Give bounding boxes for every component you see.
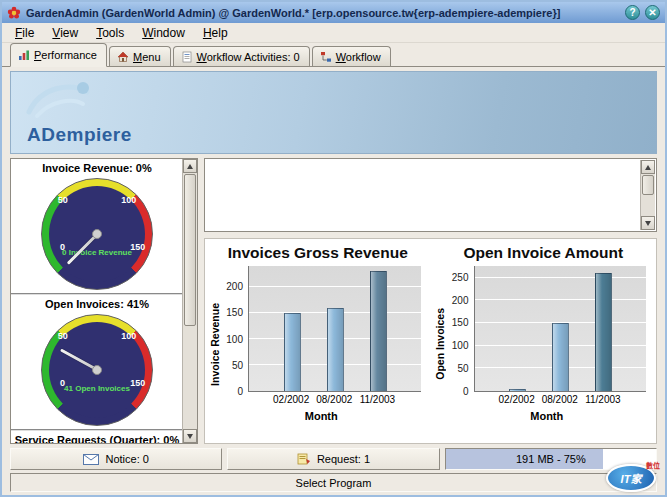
y-tick-label: 0 [463,386,469,397]
chart-open-invoice-amount: Open Invoice Amount Open Invoices 050100… [431,242,657,443]
tab-label: Workflow [336,51,381,63]
x-tick-label: 11/2003 [360,394,395,405]
tab-strip: Performance Menu Workflow Activities: 0 … [2,43,665,67]
close-window-button[interactable]: ✕ [645,5,660,20]
chart-title: Open Invoice Amount [431,244,657,262]
status-text: Select Program [296,477,372,489]
menu-file[interactable]: File [6,24,43,42]
x-tick-label: 11/2003 [585,394,620,405]
gridline [475,277,647,278]
y-tick-label: 0 [237,386,243,397]
x-tick-label: 08/2002 [542,394,578,405]
scrollbar-thumb[interactable] [184,174,196,326]
gauge-title: Service Requests (Quarter): 0% [11,434,183,444]
gauge-tick-label: 150 [130,378,145,388]
main-content: Invoice Revenue: 0% 0 Invoice Revenue 05… [2,158,665,444]
y-tick-label: 200 [226,281,243,292]
message-box-scrollbar[interactable] [640,160,655,230]
gauge-panel-scrollbar[interactable] [182,159,197,443]
document-icon [181,51,193,63]
workflow-icon [320,51,332,63]
scrollbar-thumb[interactable] [642,175,654,195]
charts-panel: Invoices Gross Revenue Invoice Revenue 0… [204,238,657,444]
gauge-tick-label: 50 [58,331,68,341]
app-window: GardenAdmin (GardenWorld Admin) @ Garden… [0,0,667,497]
y-tick-label: 150 [452,317,469,328]
chart-invoices-gross-revenue: Invoices Gross Revenue Invoice Revenue 0… [205,242,431,443]
window-title: GardenAdmin (GardenWorld Admin) @ Garden… [26,7,620,19]
request-button[interactable]: Request: 1 [227,448,439,470]
y-ticks: 050100150200 [222,266,248,392]
adempiere-logo-icon [21,78,117,126]
brand-wordmark: ADempiere [27,124,132,146]
tab-label: Performance [34,49,97,61]
x-tick-label: 02/2002 [499,394,535,405]
y-tick-label: 150 [226,307,243,318]
menu-help[interactable]: Help [194,24,237,42]
chart-icon [18,49,30,61]
notice-label: Notice: 0 [105,453,148,465]
watermark-subtext: 數位 [646,460,660,470]
gridline [475,299,647,300]
x-tick-label: 08/2002 [316,394,352,405]
title-bar: GardenAdmin (GardenWorld Admin) @ Garden… [2,2,665,23]
performance-gauge-panel: Invoice Revenue: 0% 0 Invoice Revenue 05… [10,158,198,444]
dashboard-message-box [204,158,657,232]
gauge-tick-label: 100 [121,331,136,341]
x-tick-labels: 02/200208/200211/2003 [248,392,421,406]
plot-area [474,266,647,392]
gauge-tick-label: 50 [58,195,68,205]
y-tick-label: 100 [452,340,469,351]
scroll-up-arrow-icon[interactable] [641,160,655,174]
app-flower-icon [7,6,21,20]
adempiere-banner: ADempiere [10,71,657,154]
menu-window[interactable]: Window [133,24,194,42]
menu-tools[interactable]: Tools [87,24,133,42]
gauge-tick-label: 0 [60,378,65,388]
gauge-open-invoices: Open Invoices: 41% 41 Open Invoices 0501… [11,295,183,431]
tab-workflow[interactable]: Workflow [312,46,391,66]
y-tick-label: 100 [226,334,243,345]
y-tick-label: 200 [452,295,469,306]
status-button-row: Notice: 0 Request: 1 191 MB - 75% [2,444,665,473]
bar [552,323,569,391]
tab-label: Menu [133,51,161,63]
gauge-tick-label: 100 [121,195,136,205]
gauge-dial: 0 Invoice Revenue 050100150 [41,178,153,290]
y-tick-label: 250 [452,272,469,283]
menu-view[interactable]: View [43,24,87,42]
gauge-tick-label: 150 [130,242,145,252]
help-window-button[interactable]: ? [625,5,640,20]
gauge-title: Invoice Revenue: 0% [11,162,183,176]
plot-area [248,266,421,392]
gridline [249,286,421,287]
bar [509,389,526,391]
scroll-up-arrow-icon[interactable] [183,159,197,173]
gauge-title: Open Invoices: 41% [11,298,183,312]
y-tick-label: 50 [457,363,468,374]
x-axis-label: Month [448,410,647,422]
request-label: Request: 1 [317,453,370,465]
tab-workflow-activities[interactable]: Workflow Activities: 0 [173,46,310,66]
request-icon [297,453,311,465]
y-ticks: 050100150200250 [448,266,474,392]
bar [284,313,301,391]
gauge-dial: 41 Open Invoices 050100150 [41,314,153,426]
dashboard-right-column: Invoices Gross Revenue Invoice Revenue 0… [204,158,657,444]
bar [595,273,612,391]
menu-bar: File View Tools Window Help [2,23,665,43]
tab-menu[interactable]: Menu [109,46,171,66]
gauge-tick-label: 0 [60,242,65,252]
watermark-badge: IT家 數位 [602,460,660,494]
bar [370,271,387,391]
x-tick-label: 02/2002 [273,394,309,405]
y-tick-label: 50 [232,360,243,371]
chart-title: Invoices Gross Revenue [205,244,431,262]
scroll-down-arrow-icon[interactable] [641,216,655,230]
scroll-down-arrow-icon[interactable] [183,429,197,443]
tab-performance[interactable]: Performance [10,43,107,67]
envelope-icon [83,454,99,465]
home-icon [117,51,129,63]
y-axis-label: Open Invoices [434,308,446,380]
notice-button[interactable]: Notice: 0 [10,448,222,470]
